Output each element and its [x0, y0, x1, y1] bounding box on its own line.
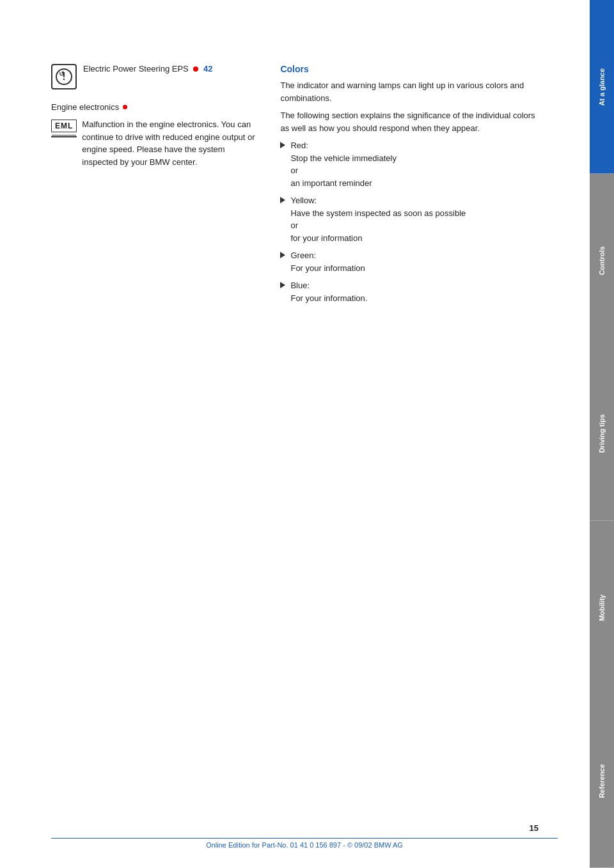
- colors-list: Red: Stop the vehicle immediately or an …: [280, 139, 540, 304]
- colors-intro-2: The following section explains the signi…: [280, 109, 540, 134]
- color-desc-red-2: an important reminder: [290, 178, 372, 188]
- sidebar-tab-driving-tips-label: Driving tips: [598, 415, 606, 454]
- color-desc-yellow-or: or: [290, 221, 298, 230]
- color-item-yellow: Yellow: Have the system inspected as soo…: [280, 194, 540, 244]
- colors-heading: Colors: [280, 64, 540, 74]
- bullet-blue: [280, 282, 285, 288]
- sidebar-tab-mobility[interactable]: Mobility: [590, 521, 614, 695]
- page-number: 15: [530, 823, 539, 833]
- footer-copyright: Online Edition for Part-No. 01 41 0 156 …: [51, 841, 558, 849]
- engine-dot: [123, 105, 127, 109]
- color-item-red: Red: Stop the vehicle immediately or an …: [280, 139, 540, 189]
- arrow-icon: ↺: [59, 70, 64, 77]
- eml-box: EML: [51, 120, 77, 132]
- sidebar-tab-driving-tips[interactable]: Driving tips: [590, 347, 614, 521]
- color-detail-red: Red: Stop the vehicle immediately or an …: [290, 139, 396, 189]
- bullet-red: [280, 142, 285, 148]
- sidebar-tab-controls-label: Controls: [598, 246, 606, 275]
- engine-electronics-line: Engine electronics: [51, 102, 261, 112]
- color-desc-yellow-1: Have the system inspected as soon as pos…: [290, 208, 466, 218]
- right-column: Colors The indicator and warning lamps c…: [280, 64, 540, 309]
- color-detail-blue: Blue: For your information.: [290, 279, 367, 304]
- footer-area: Online Edition for Part-No. 01 41 0 156 …: [51, 838, 558, 849]
- eps-label: Electric Power Steering EPS: [83, 64, 189, 74]
- sidebar-tab-controls[interactable]: Controls: [590, 174, 614, 348]
- color-name-red: Red:: [290, 141, 308, 150]
- eps-dot: [193, 66, 198, 72]
- color-detail-green: Green: For your information: [290, 249, 365, 274]
- color-item-green: Green: For your information: [280, 249, 540, 274]
- left-column: ! ↺ Electric Power Steering EPS 42 Engin…: [51, 64, 261, 309]
- color-name-yellow: Yellow:: [290, 196, 317, 205]
- main-content: ! ↺ Electric Power Steering EPS 42 Engin…: [0, 0, 590, 868]
- eml-label: EML: [55, 121, 73, 130]
- color-desc-blue-1: For your information.: [290, 293, 367, 303]
- sidebar-tab-mobility-label: Mobility: [598, 594, 606, 621]
- page-container: ! ↺ Electric Power Steering EPS 42 Engin…: [0, 0, 614, 868]
- color-desc-red-1: Stop the vehicle immediately: [290, 153, 396, 163]
- color-detail-yellow: Yellow: Have the system inspected as soo…: [290, 194, 466, 244]
- color-desc-green-1: For your information: [290, 263, 365, 273]
- engine-electronics-label: Engine electronics: [51, 102, 119, 112]
- sidebar-tab-reference-label: Reference: [598, 764, 606, 798]
- footer-line: [51, 838, 558, 839]
- bullet-green: [280, 252, 285, 258]
- color-desc-red-or1: or: [290, 166, 298, 175]
- right-sidebar: At a glance Controls Driving tips Mobili…: [590, 0, 614, 868]
- color-desc-yellow-2: for your information: [290, 233, 362, 243]
- engine-electronics-section: Engine electronics EML Malfunction in th…: [51, 102, 261, 168]
- sidebar-tab-reference[interactable]: Reference: [590, 694, 614, 868]
- eps-section: ! ↺ Electric Power Steering EPS 42: [51, 64, 261, 89]
- content-columns: ! ↺ Electric Power Steering EPS 42 Engin…: [51, 64, 551, 309]
- sidebar-tab-at-glance-label: At a glance: [598, 68, 606, 105]
- eps-label-line: Electric Power Steering EPS 42: [83, 64, 212, 74]
- color-name-blue: Blue:: [290, 281, 310, 290]
- sidebar-tab-at-glance[interactable]: At a glance: [590, 0, 614, 174]
- color-item-blue: Blue: For your information.: [280, 279, 540, 304]
- bullet-yellow: [280, 197, 285, 203]
- eps-icon: ! ↺: [51, 64, 77, 89]
- eps-page: 42: [203, 64, 212, 74]
- colors-intro-1: The indicator and warning lamps can ligh…: [280, 79, 540, 104]
- color-name-green: Green:: [290, 251, 316, 260]
- eml-section: EML Malfunction in the engine electronic…: [51, 118, 261, 168]
- eml-body-text: Malfunction in the engine electronics. Y…: [82, 118, 261, 168]
- eps-icon-inner: ! ↺: [56, 68, 72, 85]
